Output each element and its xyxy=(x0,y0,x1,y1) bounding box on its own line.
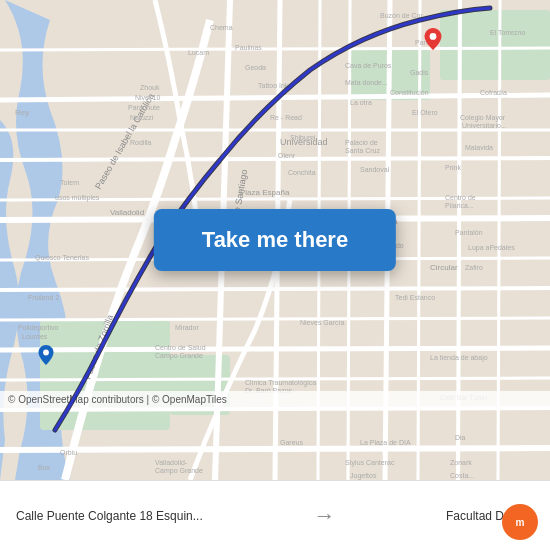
copyright-text: © OpenStreetMap contributors | © OpenMap… xyxy=(8,394,227,405)
svg-text:Centro de Salud: Centro de Salud xyxy=(155,344,206,351)
svg-text:Shibumi: Shibumi xyxy=(290,134,316,141)
svg-text:Lupa aPedales: Lupa aPedales xyxy=(468,244,515,252)
svg-text:Pantalón: Pantalón xyxy=(455,229,483,236)
svg-text:La Plaza de DIA: La Plaza de DIA xyxy=(360,439,411,446)
svg-line-13 xyxy=(0,348,550,350)
svg-text:Quiosco Tenerlas: Quiosco Tenerlas xyxy=(35,254,89,262)
svg-text:La otra: La otra xyxy=(350,99,372,106)
svg-line-15 xyxy=(0,448,550,450)
svg-text:Tattoo Ink: Tattoo Ink xyxy=(258,82,289,89)
svg-text:Valladolid: Valladolid xyxy=(110,208,144,217)
moovit-icon: m xyxy=(502,504,538,540)
svg-text:Cava de Puros: Cava de Puros xyxy=(345,62,392,69)
origin-location: Calle Puente Colgante 18 Esquin... xyxy=(16,509,203,523)
svg-text:Centro de: Centro de xyxy=(445,194,476,201)
svg-text:Conchita: Conchita xyxy=(288,169,316,176)
svg-text:Campo Grande: Campo Grande xyxy=(155,352,203,360)
svg-text:Stylus Canterac: Stylus Canterac xyxy=(345,459,395,467)
svg-text:Valladolid-: Valladolid- xyxy=(155,459,188,466)
svg-text:Paulinas: Paulinas xyxy=(235,44,262,51)
svg-text:El Otero: El Otero xyxy=(412,109,438,116)
svg-text:Totem: Totem xyxy=(60,179,79,186)
svg-text:Chema: Chema xyxy=(210,24,233,31)
direction-arrow: → xyxy=(313,503,335,529)
svg-text:Jugettos: Jugettos xyxy=(350,472,377,480)
svg-text:Rey: Rey xyxy=(15,108,29,117)
svg-text:Costa...: Costa... xyxy=(450,472,474,479)
svg-point-102 xyxy=(43,350,49,356)
svg-text:Box: Box xyxy=(38,464,51,471)
svg-line-12 xyxy=(0,288,550,290)
svg-text:Zhouk: Zhouk xyxy=(140,84,160,91)
svg-text:La tienda de abajo: La tienda de abajo xyxy=(430,354,488,362)
destination-pin xyxy=(424,28,442,50)
svg-text:Nieves García: Nieves García xyxy=(300,319,344,326)
svg-text:Parachute: Parachute xyxy=(128,104,160,111)
svg-line-24 xyxy=(0,318,550,320)
svg-text:Mirador: Mirador xyxy=(175,324,199,331)
moovit-logo: m xyxy=(502,504,538,540)
copyright-bar: © OpenStreetMap contributors | © OpenMap… xyxy=(0,391,550,408)
svg-text:Olenr: Olenr xyxy=(278,152,296,159)
svg-text:Fruiland 2: Fruiland 2 xyxy=(28,294,59,301)
svg-point-101 xyxy=(430,33,437,40)
svg-text:Gareus: Gareus xyxy=(280,439,303,446)
svg-text:Palacio de: Palacio de xyxy=(345,139,378,146)
svg-line-14 xyxy=(0,408,550,410)
svg-text:Constitución: Constitución xyxy=(390,89,429,96)
svg-text:Gadis: Gadis xyxy=(410,69,429,76)
svg-text:Campo Grande: Campo Grande xyxy=(155,467,203,475)
svg-text:m: m xyxy=(516,517,525,528)
svg-line-20 xyxy=(0,48,550,50)
svg-text:Clínica Traumatológica: Clínica Traumatológica xyxy=(245,379,316,387)
svg-text:usos múltiples: usos múltiples xyxy=(55,194,100,202)
svg-text:Natuzzi: Natuzzi xyxy=(130,114,154,121)
origin-text: Calle Puente Colgante 18 Esquin... xyxy=(16,509,203,523)
svg-text:El Torrezno: El Torrezno xyxy=(490,29,525,36)
start-pin xyxy=(38,345,54,365)
bottom-bar: Calle Puente Colgante 18 Esquin... → Fac… xyxy=(0,480,550,550)
svg-text:Santa Cruz: Santa Cruz xyxy=(345,147,381,154)
svg-text:Lucam: Lucam xyxy=(188,49,209,56)
take-me-there-button[interactable]: Take me there xyxy=(154,209,396,271)
svg-text:Mata donde...: Mata donde... xyxy=(345,79,388,86)
svg-line-10 xyxy=(0,158,550,160)
svg-text:Cofradía: Cofradía xyxy=(480,89,507,96)
svg-text:Prink: Prink xyxy=(445,164,461,171)
map-container: Paseo de Isabel la Católica Calle de San… xyxy=(0,0,550,480)
svg-text:Orbiu: Orbiu xyxy=(60,449,77,456)
svg-text:Lourdes: Lourdes xyxy=(22,333,48,340)
svg-text:Nivel 10: Nivel 10 xyxy=(135,94,160,101)
svg-text:Plaza España: Plaza España xyxy=(240,188,290,197)
svg-text:Circular: Circular xyxy=(430,263,458,272)
svg-line-19 xyxy=(498,0,500,480)
svg-text:Malavida: Malavida xyxy=(465,144,493,151)
svg-text:Dia: Dia xyxy=(455,434,466,441)
svg-text:Geoda: Geoda xyxy=(245,64,266,71)
svg-text:Pilarica...: Pilarica... xyxy=(445,202,474,209)
svg-rect-4 xyxy=(440,10,550,80)
svg-text:Sandoval: Sandoval xyxy=(360,166,390,173)
svg-text:Polideportivo: Polideportivo xyxy=(18,324,59,332)
svg-text:Universitario...: Universitario... xyxy=(462,122,507,129)
svg-text:Zafiro: Zafiro xyxy=(465,264,483,271)
svg-text:Zonark: Zonark xyxy=(450,459,472,466)
svg-text:Colegio Mayor: Colegio Mayor xyxy=(460,114,506,122)
svg-text:Rodilla: Rodilla xyxy=(130,139,152,146)
svg-text:Re - Read: Re - Read xyxy=(270,114,302,121)
svg-text:Buzón de Cor...: Buzón de Cor... xyxy=(380,12,428,19)
svg-text:Tedi Estanco: Tedi Estanco xyxy=(395,294,435,301)
